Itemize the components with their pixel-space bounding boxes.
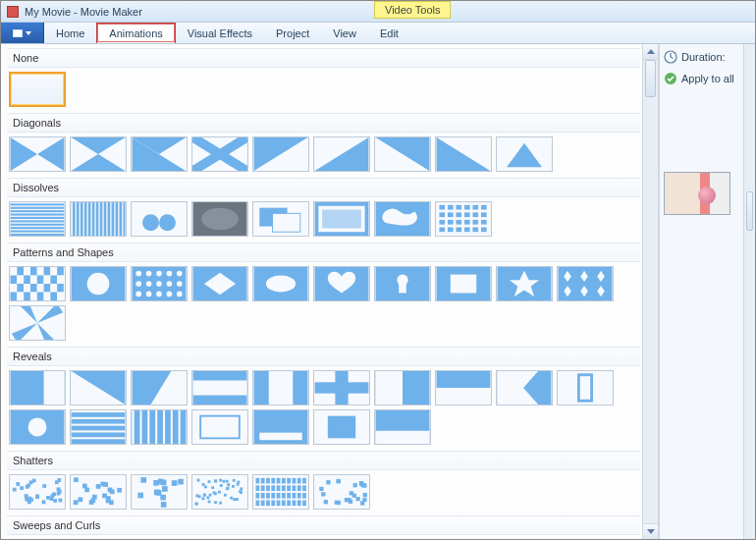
apply-to-all-button[interactable]: Apply to all bbox=[664, 72, 739, 85]
transition-thumbnail[interactable] bbox=[191, 266, 248, 301]
svg-point-50 bbox=[159, 214, 176, 231]
panel-scrollbar[interactable] bbox=[743, 44, 755, 539]
tab-home[interactable]: Home bbox=[44, 23, 96, 43]
transition-thumbnail[interactable] bbox=[131, 266, 188, 301]
transition-thumbnail[interactable] bbox=[435, 266, 492, 301]
transition-thumbnail[interactable] bbox=[374, 409, 431, 445]
transition-thumbnail[interactable] bbox=[191, 370, 248, 405]
scroll-track[interactable] bbox=[643, 60, 658, 523]
transition-thumbnail[interactable] bbox=[374, 370, 431, 405]
svg-rect-71 bbox=[472, 212, 478, 217]
svg-rect-267 bbox=[236, 498, 239, 501]
svg-point-132 bbox=[156, 292, 162, 297]
transition-thumbnail[interactable] bbox=[9, 370, 66, 405]
svg-rect-98 bbox=[44, 276, 51, 285]
transition-thumbnail[interactable] bbox=[252, 370, 309, 405]
transition-thumbnail[interactable] bbox=[70, 409, 127, 445]
transition-thumbnail[interactable] bbox=[313, 474, 370, 510]
transition-thumbnail[interactable] bbox=[374, 201, 431, 237]
transition-thumbnail[interactable] bbox=[557, 370, 614, 405]
transition-thumbnail[interactable] bbox=[9, 305, 66, 341]
transition-thumbnail[interactable] bbox=[252, 136, 309, 172]
scroll-down-button[interactable] bbox=[643, 523, 658, 539]
transition-thumbnail[interactable] bbox=[70, 266, 127, 301]
transition-thumbnail[interactable] bbox=[374, 136, 431, 172]
svg-rect-295 bbox=[198, 495, 201, 498]
svg-rect-284 bbox=[219, 502, 222, 505]
svg-rect-66 bbox=[481, 205, 487, 210]
svg-rect-314 bbox=[261, 485, 265, 491]
transition-thumbnail[interactable] bbox=[191, 136, 248, 172]
svg-point-128 bbox=[167, 281, 173, 287]
file-menu-button[interactable] bbox=[1, 23, 44, 43]
transition-thumbnail[interactable] bbox=[313, 266, 370, 301]
transition-thumbnail[interactable] bbox=[70, 474, 127, 510]
transition-thumbnail[interactable] bbox=[70, 370, 127, 405]
tab-visual-effects[interactable]: Visual Effects bbox=[176, 23, 264, 43]
svg-rect-189 bbox=[163, 410, 165, 444]
transition-thumbnail[interactable] bbox=[374, 266, 431, 301]
transition-thumbnail[interactable] bbox=[313, 370, 370, 405]
svg-rect-183 bbox=[72, 437, 126, 439]
svg-rect-344 bbox=[326, 480, 330, 484]
transition-thumbnail[interactable] bbox=[313, 201, 370, 237]
transition-thumbnail[interactable] bbox=[131, 136, 188, 172]
transition-thumbnail[interactable] bbox=[557, 266, 614, 301]
tab-edit[interactable]: Edit bbox=[368, 23, 410, 43]
svg-rect-216 bbox=[29, 498, 33, 502]
svg-rect-25 bbox=[11, 209, 65, 210]
transition-thumbnail[interactable] bbox=[9, 72, 66, 107]
svg-rect-116 bbox=[57, 293, 64, 301]
gallery-scrollbar[interactable] bbox=[642, 44, 658, 539]
transition-thumbnail[interactable] bbox=[131, 474, 188, 510]
tab-animations[interactable]: Animations bbox=[96, 23, 175, 43]
transition-thumbnail[interactable] bbox=[9, 136, 66, 172]
svg-rect-80 bbox=[448, 228, 454, 233]
tab-project[interactable]: Project bbox=[264, 23, 321, 43]
svg-point-127 bbox=[156, 281, 162, 287]
transition-thumbnail[interactable] bbox=[9, 474, 66, 510]
svg-rect-78 bbox=[481, 220, 487, 225]
svg-rect-286 bbox=[218, 491, 221, 494]
clip-preview-thumbnail[interactable] bbox=[664, 172, 730, 215]
scroll-thumb[interactable] bbox=[645, 60, 656, 97]
transition-thumbnail[interactable] bbox=[252, 409, 309, 445]
transition-thumbnail[interactable] bbox=[9, 266, 66, 301]
transition-thumbnail[interactable] bbox=[496, 370, 553, 405]
transition-thumbnail[interactable] bbox=[9, 201, 66, 237]
svg-point-118 bbox=[87, 273, 110, 296]
transition-thumbnail[interactable] bbox=[9, 409, 66, 445]
transition-thumbnail[interactable] bbox=[70, 201, 127, 237]
transition-thumbnail[interactable] bbox=[435, 136, 492, 172]
svg-rect-334 bbox=[261, 501, 265, 507]
transition-thumbnail[interactable] bbox=[252, 201, 309, 237]
svg-rect-312 bbox=[302, 478, 306, 484]
transition-thumbnail[interactable] bbox=[131, 370, 188, 405]
transition-thumbnail[interactable] bbox=[313, 136, 370, 172]
transition-thumbnail[interactable] bbox=[191, 201, 248, 237]
transition-thumbnail[interactable] bbox=[435, 201, 492, 237]
svg-rect-28 bbox=[11, 219, 65, 220]
transition-thumbnail[interactable] bbox=[435, 370, 492, 405]
panel-scroll-thumb[interactable] bbox=[746, 191, 753, 231]
transition-thumbnail[interactable] bbox=[131, 201, 188, 237]
transition-thumbnail[interactable] bbox=[313, 409, 370, 445]
transition-thumbnail[interactable] bbox=[496, 266, 553, 301]
svg-rect-319 bbox=[287, 485, 291, 491]
contextual-tab-video-tools[interactable]: Video Tools bbox=[374, 1, 451, 19]
transition-thumbnail[interactable] bbox=[496, 136, 553, 172]
svg-rect-229 bbox=[72, 475, 126, 509]
svg-rect-260 bbox=[161, 502, 167, 508]
duration-control[interactable]: Duration: bbox=[664, 50, 739, 64]
transition-thumbnail[interactable] bbox=[191, 474, 248, 510]
category-row bbox=[7, 133, 640, 176]
chevron-up-icon bbox=[647, 49, 655, 54]
svg-rect-365 bbox=[362, 483, 366, 487]
transition-thumbnail[interactable] bbox=[191, 409, 248, 445]
scroll-up-button[interactable] bbox=[643, 44, 658, 60]
tab-view[interactable]: View bbox=[321, 23, 368, 43]
transition-thumbnail[interactable] bbox=[252, 266, 309, 301]
transition-thumbnail[interactable] bbox=[131, 409, 188, 445]
transition-thumbnail[interactable] bbox=[252, 474, 309, 510]
transition-thumbnail[interactable] bbox=[70, 136, 127, 172]
